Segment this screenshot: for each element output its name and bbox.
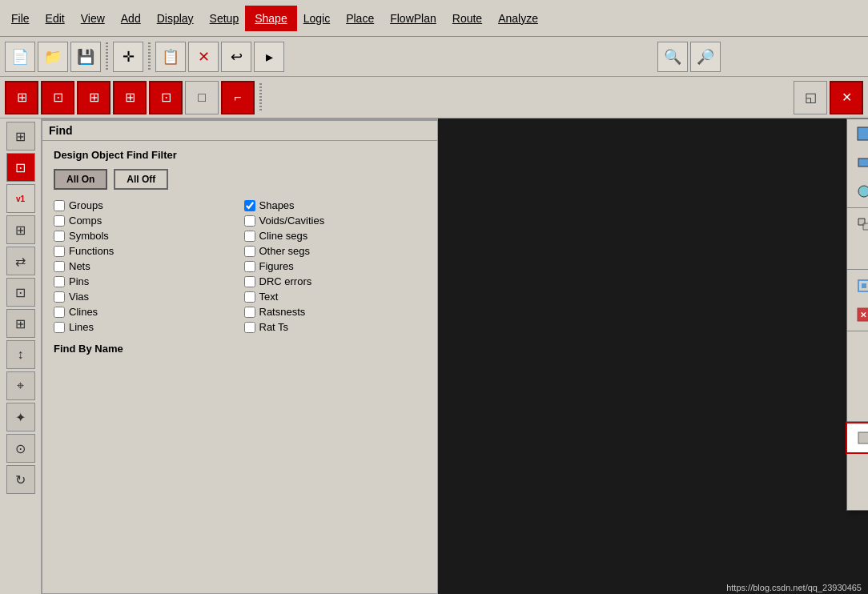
menu-item-manual-void[interactable]: Manual Void/Cavity ▶ xyxy=(847,239,868,267)
tb2-btn3[interactable]: ⊞ xyxy=(77,81,111,114)
menu-item-rectangular[interactable]: Rectangular xyxy=(847,148,868,177)
zoom-in-button[interactable]: 🔍 xyxy=(657,42,688,72)
menu-item-decompose-shape[interactable]: Decompose Shape xyxy=(847,452,868,481)
toolbar-row2: ⊞ ⊡ ⊞ ⊞ ⊡ □ ⌐ ◱ ✕ xyxy=(0,77,868,118)
menu-add[interactable]: Add xyxy=(113,7,149,30)
sidebar-icon-6[interactable]: ⊞ xyxy=(6,309,35,338)
cb-pins-input[interactable] xyxy=(54,276,65,287)
cb-drc-errors: DRC errors xyxy=(244,275,427,287)
cb-comps-input[interactable] xyxy=(54,215,65,227)
select-shape-icon xyxy=(855,215,868,233)
menu-item-circular[interactable]: Circular xyxy=(847,177,868,206)
cb-lines-input[interactable] xyxy=(54,322,65,333)
tb2-btn2[interactable]: ⊡ xyxy=(41,81,74,114)
menu-divider-1 xyxy=(847,207,868,208)
menu-divider-3 xyxy=(847,331,868,331)
polygon-icon xyxy=(855,125,868,142)
menu-flowplan[interactable]: FlowPlan xyxy=(382,7,444,30)
open-button[interactable]: 📁 xyxy=(38,42,68,72)
move-button[interactable]: ✛ xyxy=(113,42,143,72)
cb-voids-input[interactable] xyxy=(244,215,255,227)
menu-display[interactable]: Display xyxy=(149,7,202,30)
cb-groups-input[interactable] xyxy=(54,200,65,211)
sidebar-icon-7[interactable]: ↕ xyxy=(6,340,35,369)
menu-shape[interactable]: Shape xyxy=(247,7,295,30)
undo-button[interactable]: ↩ xyxy=(221,42,251,72)
menu-item-select-shape[interactable]: Select Shape or Void/Cavity xyxy=(847,210,868,239)
cb-cline-segs-input[interactable] xyxy=(244,231,255,242)
menu-item-edit-boundary[interactable]: Edit Boundary xyxy=(847,271,868,300)
global-params-icon xyxy=(855,487,868,504)
cb-functions-input[interactable] xyxy=(54,246,65,257)
cb-drc-errors-input[interactable] xyxy=(244,276,255,287)
sidebar-icon-9[interactable]: ✦ xyxy=(6,403,35,431)
sidebar-icon-4[interactable]: ⇄ xyxy=(6,247,35,275)
cb-vias-label: Vias xyxy=(69,291,89,303)
menu-item-merge-shapes[interactable]: Merge Shapes xyxy=(847,362,868,391)
tb2-btn6[interactable]: □ xyxy=(185,81,219,114)
sidebar-icon-8[interactable]: ⌖ xyxy=(6,371,35,400)
filter-btn-row: All On All Off xyxy=(54,169,426,190)
new-button[interactable]: 📄 xyxy=(5,42,35,72)
tb2-btn4[interactable]: ⊞ xyxy=(113,81,147,114)
delete-button[interactable]: ✕ xyxy=(188,42,219,72)
menu-item-change-shape-type[interactable]: Change Shape Type xyxy=(847,333,868,362)
cb-pins: Pins xyxy=(54,275,236,287)
all-off-button[interactable]: All Off xyxy=(114,169,168,190)
cb-groups-label: Groups xyxy=(69,199,103,211)
menu-view[interactable]: View xyxy=(73,7,113,30)
sidebar-icon-5[interactable]: ⊡ xyxy=(6,278,35,307)
menu-place[interactable]: Place xyxy=(338,7,382,30)
sidebar-icon-1[interactable]: ⊞ xyxy=(6,122,35,151)
cb-text-input[interactable] xyxy=(244,291,255,303)
sidebar-icon-10[interactable]: ⊙ xyxy=(6,434,35,463)
all-on-button[interactable]: All On xyxy=(54,169,107,190)
cb-shapes: Shapes xyxy=(244,199,427,211)
cb-figures-input[interactable] xyxy=(244,261,255,272)
menu-item-polygon[interactable]: Polygon xyxy=(847,119,868,148)
svg-text:✕: ✕ xyxy=(860,311,866,319)
cb-symbols-input[interactable] xyxy=(54,231,65,242)
find-panel-title: Find xyxy=(42,121,437,141)
menu-analyze[interactable]: Analyze xyxy=(490,7,546,30)
tb2-btn5[interactable]: ⊡ xyxy=(149,81,183,114)
cb-shapes-input[interactable] xyxy=(244,200,255,211)
cb-clines-label: Clines xyxy=(69,306,98,318)
menu-route[interactable]: Route xyxy=(444,7,490,30)
left-sidebar: ⊞ ⊡ v1 ⊞ ⇄ ⊡ ⊞ ↕ ⌖ ✦ ⊙ ↻ xyxy=(0,118,42,594)
menu-file[interactable]: File xyxy=(3,7,38,30)
cb-clines-input[interactable] xyxy=(54,307,65,318)
tb2-btn7[interactable]: ⌐ xyxy=(221,81,255,114)
menu-logic[interactable]: Logic xyxy=(295,7,338,30)
menu-edit[interactable]: Edit xyxy=(38,7,73,30)
menu-item-delete-islands[interactable]: ✕ Delete Islands xyxy=(847,300,868,329)
check-menu-icon xyxy=(855,396,868,414)
menu-setup[interactable]: Setup xyxy=(202,7,247,30)
rectangular-icon xyxy=(855,154,868,171)
menu-item-compose-shape[interactable]: Compose Shape xyxy=(847,423,868,452)
sidebar-icon-2[interactable]: ⊡ xyxy=(6,153,35,182)
tb2-btn1[interactable]: ⊞ xyxy=(5,81,38,114)
save-button[interactable]: 💾 xyxy=(70,42,101,72)
tb2-right2[interactable]: ✕ xyxy=(830,81,863,114)
more-button[interactable]: ▸ xyxy=(254,42,284,72)
menu-divider-4 xyxy=(847,421,868,422)
cb-vias: Vias xyxy=(54,291,236,303)
svg-marker-4 xyxy=(863,223,868,230)
sidebar-icon-3[interactable]: ⊞ xyxy=(6,215,35,244)
cb-nets-input[interactable] xyxy=(54,261,65,272)
merge-shapes-icon xyxy=(855,367,868,385)
svg-point-2 xyxy=(858,186,868,197)
copy-button[interactable]: 📋 xyxy=(155,42,186,72)
sidebar-icon-v1[interactable]: v1 xyxy=(6,184,35,213)
sidebar-icon-11[interactable]: ↻ xyxy=(6,465,35,494)
cb-symbols-label: Symbols xyxy=(69,230,109,242)
menu-item-check[interactable]: Check xyxy=(847,391,868,419)
tb2-right1[interactable]: ◱ xyxy=(794,81,827,114)
cb-rat-ts-input[interactable] xyxy=(244,322,255,333)
cb-ratsnests-input[interactable] xyxy=(244,307,255,318)
cb-other-segs-input[interactable] xyxy=(244,246,255,257)
cb-vias-input[interactable] xyxy=(54,291,65,303)
zoom-out-button[interactable]: 🔎 xyxy=(690,42,721,72)
menu-item-global-params[interactable]: Global Dynamic Params... xyxy=(847,481,868,510)
